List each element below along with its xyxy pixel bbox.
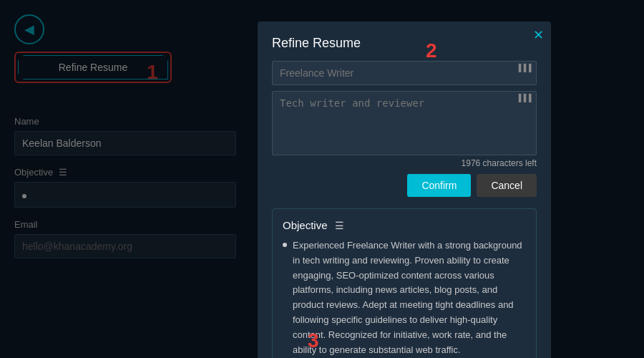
chars-left: 1976 characters left (272, 158, 537, 168)
modal-actions: Confirm Cancel (272, 174, 537, 197)
close-button[interactable]: ✕ (533, 27, 544, 43)
close-icon: ✕ (533, 28, 544, 42)
objective-content: Experienced Freelance Writer with a stro… (283, 238, 526, 357)
scroll-indicator-1: ▌▌▌ (519, 64, 534, 72)
objective-bullet-row: Experienced Freelance Writer with a stro… (283, 238, 526, 357)
objective-list-icon: ☰ (335, 220, 344, 231)
label-num-3: 3 (308, 329, 319, 352)
modal-role-input[interactable] (272, 61, 537, 85)
modal-description-textarea[interactable] (272, 91, 537, 155)
objective-bullet-dot (283, 243, 287, 247)
confirm-button[interactable]: Confirm (407, 174, 471, 197)
modal: ✕ Refine Resume ▌▌▌ ▌▌▌ 1976 characters … (258, 21, 551, 358)
cancel-button[interactable]: Cancel (477, 174, 537, 197)
modal-title: Refine Resume (272, 36, 537, 51)
objective-panel-title: Objective (283, 219, 328, 231)
label-num-2: 2 (426, 39, 437, 62)
objective-header: Objective ☰ (283, 219, 526, 231)
scroll-indicator-2: ▌▌▌ (519, 94, 534, 102)
objective-text: Experienced Freelance Writer with a stro… (293, 238, 526, 357)
